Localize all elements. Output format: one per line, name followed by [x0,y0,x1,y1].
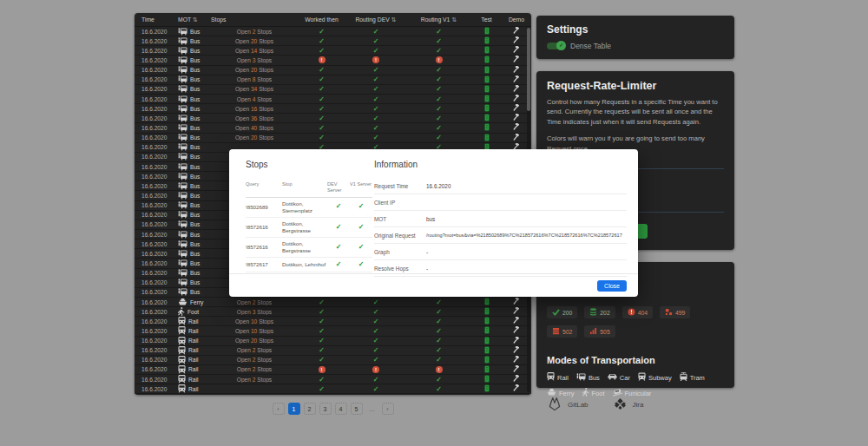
table-row[interactable]: 16.6.2020BusOpen 2 Stops✓✓✓ [135,27,531,36]
table-row[interactable]: 16.6.2020RailOpen 2 Stops!!! [135,365,531,375]
table-row[interactable]: 16.6.2020RailOpen 2 Stops✓✓✓ [135,346,531,356]
test-cell[interactable] [471,36,502,45]
table-row[interactable]: 16.6.2020FootOpen 3 Stops✓✓✓ [135,307,531,317]
status-chip-499[interactable]: 499 [660,306,690,318]
table-row[interactable]: 16.6.2020FerryOpen 2 Stops✓✓✓ [135,298,531,307]
mode-tram[interactable]: Tram [680,372,705,383]
table-row[interactable]: 16.6.2020BusOpen 36 Stops✓✓✓ [135,114,531,123]
table-row[interactable]: 16.6.2020RailOpen 2 Stops✓✓✓ [135,356,531,365]
table-scrollbar-thumb[interactable] [527,28,530,111]
status-chip-502[interactable]: 502 [547,325,577,338]
error-icon[interactable]: ! [319,56,326,63]
open-stops-link[interactable]: Open 10 Stops [211,318,298,325]
gitlab-link[interactable]: GitLab [547,397,589,413]
test-cell[interactable] [471,337,502,345]
close-button[interactable]: Close [597,280,627,292]
open-stops-link[interactable]: Open 10 Stops [211,328,298,334]
table-row[interactable]: 16.6.2020BusOpen 20 Stops✓✓✓ [135,66,531,75]
error-icon[interactable]: ! [319,366,326,373]
page-button-5[interactable]: 5 [351,403,363,415]
test-cell[interactable] [471,114,502,122]
test-cell[interactable] [471,307,502,316]
open-stops-link[interactable]: Open 14 Stops [211,48,298,54]
test-cell[interactable] [471,46,502,55]
table-row[interactable]: 16.6.2020BusOpen 20 Stops✓✓✓ [135,134,531,143]
open-stops-link[interactable]: Open 8 Stops [211,76,298,82]
open-stops-link[interactable]: Open 2 Stops [211,366,298,372]
mode-subway[interactable]: Subway [638,372,672,383]
column-header-mot[interactable]: MOT⇅ [178,16,211,23]
status-chip-404[interactable]: 404 [622,306,653,318]
mode-bus[interactable]: Bus [576,372,600,383]
open-stops-link[interactable]: Open 3 Stops [211,309,298,315]
table-row[interactable]: 16.6.2020BusOpen 20 Stops✓✓✓ [135,36,531,46]
table-row[interactable]: 16.6.2020BusOpen 8 Stops✓✓✓ [135,75,531,85]
table-row[interactable]: 16.6.2020RailOpen 2 Stops✓✓✓ [135,375,531,384]
test-cell[interactable] [471,356,502,364]
table-row[interactable]: 16.6.2020BusOpen 4 Stops✓✓✓ [135,95,531,104]
table-row[interactable]: 16.6.2020BusOpen 16 Stops✓✓✓ [135,104,531,114]
toggle-knob[interactable]: ✓ [556,41,566,50]
open-stops-link[interactable]: Open 20 Stops [211,134,298,141]
open-stops-link[interactable]: Open 3 Stops [211,57,298,63]
page-button-1[interactable]: 1 [288,403,300,415]
test-cell[interactable] [471,298,502,306]
sort-icon[interactable]: ⇅ [193,16,198,23]
status-chip-200[interactable]: 200 [547,306,577,318]
open-stops-link[interactable]: Open 4 Stops [211,96,298,102]
table-row[interactable]: 16.6.2020BusOpen 40 Stops✓✓✓ [135,123,531,133]
error-icon[interactable]: ! [372,56,379,63]
table-row[interactable]: 16.6.2020RailOpen 10 Stops✓✓✓ [135,317,531,326]
table-row[interactable]: 16.6.2020RailOpen 10 Stops✓✓✓ [135,326,531,336]
error-icon[interactable]: ! [436,366,443,373]
dense-table-toggle[interactable]: ✓ [547,43,564,49]
open-stops-link[interactable]: Open 2 Stops [211,347,298,353]
test-cell[interactable] [471,326,502,335]
test-cell[interactable] [471,66,502,75]
next-page-button[interactable]: › [382,403,394,415]
test-cell[interactable] [471,375,502,384]
column-header-routing-v1[interactable]: Routing V1⇅ [406,16,471,23]
test-cell[interactable] [471,95,502,103]
open-stops-link[interactable]: Open 20 Stops [211,338,298,344]
prev-page-button[interactable]: ‹ [273,403,285,415]
test-cell[interactable] [471,134,502,142]
open-stops-link[interactable]: Open 2 Stops [211,29,298,35]
mode-rail[interactable]: Rail [547,372,569,383]
test-cell[interactable] [471,104,502,113]
mode-car[interactable]: Car [608,372,630,383]
status-chip-202[interactable]: 202 [584,306,615,318]
sort-icon[interactable]: ⇅ [451,16,457,23]
page-button-2[interactable]: 2 [304,403,316,415]
table-row[interactable]: 16.6.2020BusOpen 34 Stops✓✓✓ [135,85,531,95]
open-stops-link[interactable]: Open 2 Stops [211,377,298,383]
table-row[interactable]: 16.6.2020RailOpen 20 Stops✓✓✓ [135,337,531,346]
error-icon[interactable]: ! [436,56,443,63]
open-stops-link[interactable]: Open 36 Stops [211,115,298,121]
page-button-3[interactable]: 3 [319,403,332,415]
test-cell[interactable] [471,123,502,132]
test-cell[interactable] [471,346,502,355]
test-cell[interactable] [471,56,502,64]
open-stops-link[interactable]: Open 20 Stops [211,67,298,73]
open-stops-link[interactable]: Open 20 Stops [211,38,298,44]
open-stops-link[interactable]: Open 2 Stops [211,357,298,363]
jira-link[interactable]: Jira [615,398,644,411]
page-button-4[interactable]: 4 [335,403,347,415]
test-cell[interactable] [471,384,502,393]
test-cell[interactable] [471,365,502,374]
error-icon[interactable]: ! [372,366,379,373]
status-chip-505[interactable]: 505 [584,325,615,338]
open-stops-link[interactable]: Open 40 Stops [211,125,298,131]
sort-icon[interactable]: ⇅ [391,16,397,23]
test-cell[interactable] [471,27,502,36]
open-stops-link[interactable]: Open 16 Stops [211,106,298,112]
open-stops-link[interactable]: Open 2 Stops [211,299,298,305]
column-header-routing-dev[interactable]: Routing DEV⇅ [345,16,406,23]
test-cell[interactable] [471,85,502,94]
table-row[interactable]: 16.6.2020BusOpen 14 Stops✓✓✓ [135,46,531,56]
test-cell[interactable] [471,317,502,325]
open-stops-link[interactable]: Open 34 Stops [211,86,298,92]
table-row[interactable]: 16.6.2020Rail✓✓✓ [135,384,531,394]
test-cell[interactable] [471,75,502,84]
